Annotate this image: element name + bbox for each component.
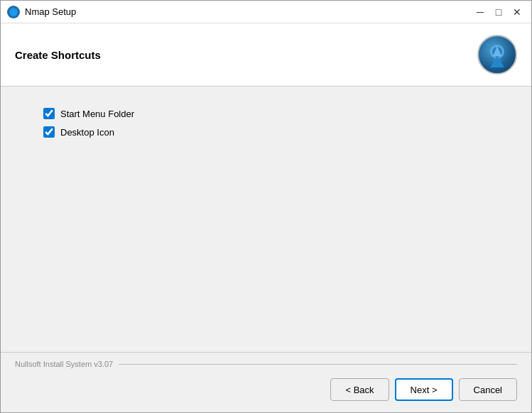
- footer-divider: [119, 364, 517, 365]
- title-bar: Nmap Setup ─ □ ✕: [1, 1, 531, 23]
- maximize-button[interactable]: □: [490, 4, 507, 21]
- start-menu-checkbox[interactable]: [43, 108, 55, 119]
- button-row: < Back Next > Cancel: [15, 378, 517, 401]
- minimize-button[interactable]: ─: [472, 4, 489, 21]
- header: Create Shortcuts: [1, 23, 531, 87]
- app-icon: [6, 5, 21, 19]
- footer: Nullsoft Install System v3.07 < Back Nex…: [1, 352, 531, 412]
- back-button[interactable]: < Back: [330, 378, 389, 401]
- content-area: Start Menu Folder Desktop Icon: [1, 87, 531, 352]
- svg-rect-6: [494, 57, 500, 60]
- desktop-icon-label: Desktop Icon: [60, 127, 114, 138]
- footer-text: Nullsoft Install System v3.07: [15, 360, 113, 368]
- setup-window: Nmap Setup ─ □ ✕ Create Shortcuts Start …: [0, 0, 532, 413]
- desktop-icon-checkbox[interactable]: [43, 126, 55, 138]
- cancel-button[interactable]: Cancel: [459, 378, 517, 401]
- start-menu-label: Start Menu Folder: [60, 109, 134, 119]
- page-title: Create Shortcuts: [15, 49, 101, 61]
- desktop-icon-row: Desktop Icon: [43, 126, 489, 138]
- nmap-logo: [477, 35, 517, 75]
- window-controls: ─ □ ✕: [472, 4, 526, 21]
- window-title: Nmap Setup: [25, 6, 472, 17]
- footer-info: Nullsoft Install System v3.07: [15, 353, 517, 378]
- start-menu-row: Start Menu Folder: [43, 108, 489, 119]
- next-button[interactable]: Next >: [395, 378, 453, 401]
- close-button[interactable]: ✕: [509, 4, 526, 21]
